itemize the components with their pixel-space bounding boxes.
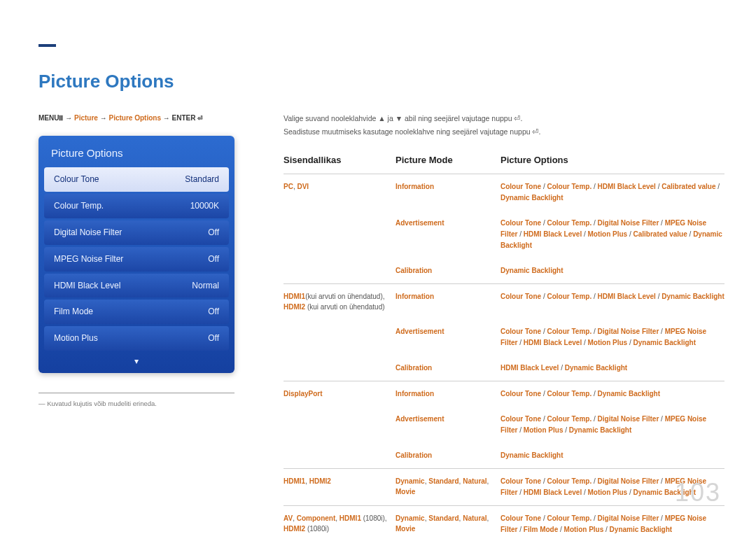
settings-row[interactable]: Colour Temp.10000K bbox=[44, 194, 229, 218]
cell-source: HDMI1(kui arvuti on ühendatud), HDMI2 (k… bbox=[284, 291, 396, 312]
arrow-up-icon: ▲ bbox=[378, 113, 385, 124]
cell-mode: Advertisement bbox=[396, 414, 500, 436]
breadcrumb-menu: MENU bbox=[38, 114, 59, 122]
settings-row[interactable]: HDMI Black LevelNormal bbox=[44, 274, 229, 298]
footnote: ― Kuvatud kujutis võib mudeliti erineda. bbox=[38, 399, 234, 408]
settings-row-value: Off bbox=[208, 227, 219, 239]
settings-row-value: 10000K bbox=[190, 200, 219, 212]
settings-row-label: MPEG Noise Filter bbox=[54, 253, 123, 265]
cell-options: Dynamic Backlight bbox=[500, 450, 724, 461]
cell-options: Colour Tone / Colour Temp. / Dynamic Bac… bbox=[500, 388, 724, 400]
page-title: Picture Options bbox=[38, 69, 724, 94]
cell-options: Colour Tone / Colour Temp. / Digital Noi… bbox=[500, 326, 724, 349]
cell-source bbox=[284, 450, 396, 461]
intro-line-1: Valige suvand nooleklahvide ▲ ja ▼ abil … bbox=[284, 113, 724, 124]
settings-row[interactable]: Colour ToneStandard bbox=[44, 167, 229, 192]
cell-mode: Advertisement bbox=[396, 326, 500, 349]
settings-row-value: Standard bbox=[185, 174, 219, 185]
settings-row-value: Off bbox=[208, 253, 219, 265]
table-row: DisplayPortInformationColour Tone / Colo… bbox=[284, 381, 724, 407]
table-row: AdvertisementColour Tone / Colour Temp. … bbox=[284, 319, 724, 356]
cell-source: HDMI1, HDMI2 bbox=[284, 476, 396, 498]
table-row: CalibrationDynamic Backlight bbox=[284, 443, 724, 468]
cell-source: PC, DVI bbox=[284, 181, 396, 204]
breadcrumb-arrow: → bbox=[65, 114, 72, 122]
cell-mode: Calibration bbox=[396, 450, 500, 461]
right-column: Valige suvand nooleklahvide ▲ ja ▼ abil … bbox=[284, 113, 724, 534]
settings-row[interactable]: Film ModeOff bbox=[44, 300, 229, 324]
footnote-text: Kuvatud kujutis võib mudeliti erineda. bbox=[47, 400, 157, 407]
cell-source bbox=[284, 326, 396, 349]
table-row: AdvertisementColour Tone / Colour Temp. … bbox=[284, 211, 724, 258]
breadcrumb-picture-options: Picture Options bbox=[108, 114, 160, 122]
settings-row-value: Off bbox=[208, 306, 219, 318]
cell-options: HDMI Black Level / Dynamic Backlight bbox=[500, 363, 724, 374]
cell-options: Colour Tone / Colour Temp. / Digital Noi… bbox=[500, 218, 724, 251]
cell-mode: Dynamic, Standard, Natural, Movie bbox=[396, 513, 500, 534]
breadcrumb-enter: ENTER bbox=[172, 114, 196, 122]
cell-mode: Information bbox=[396, 388, 500, 400]
settings-row-label: Motion Plus bbox=[54, 332, 98, 344]
settings-row[interactable]: Digital Noise FilterOff bbox=[44, 220, 229, 245]
chevron-down-icon[interactable]: ▾ bbox=[44, 353, 229, 367]
settings-row-label: Digital Noise Filter bbox=[54, 227, 122, 239]
col-header-source: Sisendallikas bbox=[284, 154, 396, 167]
cell-mode: Calibration bbox=[396, 265, 500, 276]
accent-bar bbox=[38, 44, 56, 47]
page-content: Picture Options MENUⅢ → Picture → Pictur… bbox=[38, 69, 724, 534]
table-row: CalibrationDynamic Backlight bbox=[284, 258, 724, 283]
intro-line-2: Seadistuse muutmiseks kasutage nooleklah… bbox=[284, 127, 724, 137]
settings-panel: Picture Options Colour ToneStandardColou… bbox=[38, 136, 234, 372]
table-row: PC, DVIInformationColour Tone / Colour T… bbox=[284, 174, 724, 211]
col-header-options: Picture Options bbox=[500, 154, 724, 167]
footnote-dash: ― bbox=[38, 400, 46, 407]
cell-mode: Information bbox=[396, 181, 500, 204]
cell-source bbox=[284, 218, 396, 251]
table-row: CalibrationHDMI Black Level / Dynamic Ba… bbox=[284, 356, 724, 381]
cell-options: Colour Tone / Colour Temp. / Digital Noi… bbox=[500, 513, 724, 534]
cell-options: Dynamic Backlight bbox=[500, 265, 724, 276]
breadcrumb-picture: Picture bbox=[74, 114, 98, 122]
cell-mode: Advertisement bbox=[396, 218, 500, 251]
breadcrumb-arrow: → bbox=[100, 114, 107, 122]
settings-row-label: Colour Tone bbox=[54, 174, 99, 185]
cell-mode: Calibration bbox=[396, 363, 500, 374]
cell-options: Colour Tone / Colour Temp. / HDMI Black … bbox=[500, 291, 724, 312]
cell-mode: Dynamic, Standard, Natural, Movie bbox=[396, 476, 500, 498]
breadcrumb-arrow: → bbox=[163, 114, 170, 122]
cell-source bbox=[284, 265, 396, 276]
settings-row-label: Film Mode bbox=[54, 306, 93, 318]
options-table: PC, DVIInformationColour Tone / Colour T… bbox=[284, 174, 724, 534]
settings-row-label: HDMI Black Level bbox=[54, 280, 120, 292]
table-row: HDMI1, HDMI2Dynamic, Standard, Natural, … bbox=[284, 468, 724, 505]
settings-row[interactable]: MPEG Noise FilterOff bbox=[44, 247, 229, 272]
cell-source: DisplayPort bbox=[284, 388, 396, 400]
panel-title: Picture Options bbox=[44, 141, 229, 167]
settings-row-label: Colour Temp. bbox=[54, 200, 104, 212]
left-column: MENUⅢ → Picture → Picture Options → ENTE… bbox=[38, 113, 234, 534]
table-header: Sisendallikas Picture Mode Picture Optio… bbox=[284, 154, 724, 171]
enter-icon: ⏎ bbox=[197, 114, 203, 123]
settings-row-value: Off bbox=[208, 332, 219, 344]
footnote-divider bbox=[38, 393, 234, 393]
cell-source bbox=[284, 414, 396, 436]
cell-source: AV, Component, HDMI1 (1080i), HDMI2 (108… bbox=[284, 513, 396, 534]
cell-source bbox=[284, 363, 396, 374]
settings-row-value: Normal bbox=[192, 280, 219, 292]
col-header-mode: Picture Mode bbox=[396, 154, 500, 167]
cell-options: Colour Tone / Colour Temp. / Digital Noi… bbox=[500, 414, 724, 436]
cell-mode: Information bbox=[396, 291, 500, 312]
page-number: 103 bbox=[675, 475, 721, 510]
table-row: AV, Component, HDMI1 (1080i), HDMI2 (108… bbox=[284, 505, 724, 534]
breadcrumb: MENUⅢ → Picture → Picture Options → ENTE… bbox=[38, 113, 234, 123]
table-row: AdvertisementColour Tone / Colour Temp. … bbox=[284, 407, 724, 443]
menu-icon: Ⅲ bbox=[59, 114, 63, 123]
arrow-down-icon: ▼ bbox=[396, 113, 402, 124]
settings-row[interactable]: Motion PlusOff bbox=[44, 326, 229, 351]
table-row: HDMI1(kui arvuti on ühendatud), HDMI2 (k… bbox=[284, 283, 724, 319]
cell-options: Colour Tone / Colour Temp. / HDMI Black … bbox=[500, 181, 724, 204]
